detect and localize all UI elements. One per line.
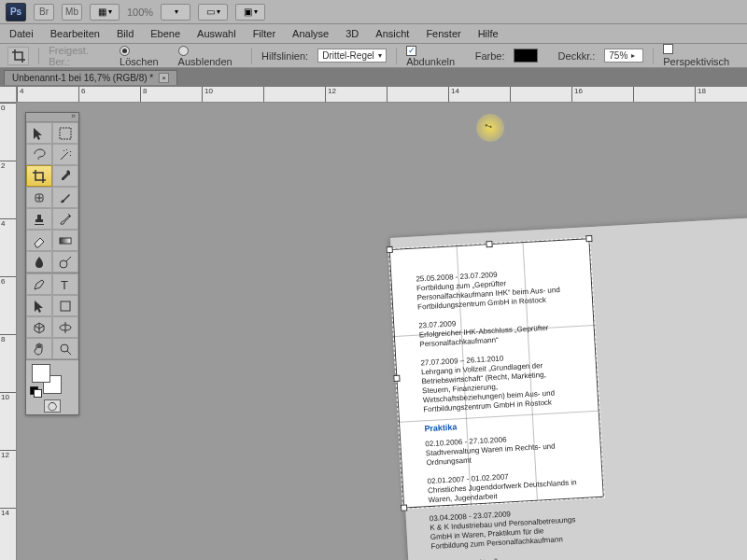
- toolbox-panel[interactable]: T ◯: [25, 112, 79, 415]
- magic-wand-tool[interactable]: [52, 144, 78, 165]
- type-tool[interactable]: T: [52, 273, 78, 295]
- color-swatches[interactable]: [26, 360, 78, 398]
- screenmode-dropdown[interactable]: ▣: [235, 4, 265, 21]
- dodge-tool[interactable]: [52, 251, 78, 273]
- menu-bild[interactable]: Bild: [117, 28, 134, 39]
- document-text: 25.05.2008 - 23.07.2009Fortbildung zum „…: [390, 239, 616, 560]
- menu-datei[interactable]: Datei: [9, 28, 34, 39]
- menu-fenster[interactable]: Fenster: [426, 28, 460, 39]
- svg-point-7: [61, 344, 68, 352]
- foreground-color[interactable]: [32, 364, 50, 383]
- checkbox-perspektivisch[interactable]: Perspektivisch: [663, 44, 740, 67]
- view-extras-dropdown[interactable]: ▦: [90, 4, 120, 21]
- svg-point-3: [60, 260, 67, 268]
- pen-tool[interactable]: [26, 273, 52, 295]
- label-farbe: Farbe:: [475, 50, 505, 62]
- ruler-vertical[interactable]: 02468101214: [0, 103, 17, 560]
- crop-handle-n[interactable]: [486, 241, 492, 247]
- crop-selection[interactable]: 25.05.2008 - 23.07.2009Fortbildung zum „…: [389, 238, 604, 509]
- default-colors-icon[interactable]: [30, 386, 43, 396]
- label-freistellen: Freigest. Ber.:: [49, 45, 110, 67]
- quickmask-toggle[interactable]: ◯: [26, 398, 78, 414]
- radio-ausblenden[interactable]: Ausblenden: [178, 44, 242, 67]
- document-tab[interactable]: Unbenannt-1 bei 16,7% (RGB/8) * ×: [4, 70, 177, 85]
- shape-tool[interactable]: [52, 295, 78, 316]
- menu-hilfe[interactable]: Hilfe: [478, 28, 499, 39]
- radio-loeschen[interactable]: Löschen: [120, 44, 169, 67]
- menu-bearbeiten[interactable]: Bearbeiten: [50, 28, 100, 39]
- healing-tool[interactable]: [26, 187, 52, 208]
- svg-rect-5: [61, 301, 70, 311]
- path-select-tool[interactable]: [26, 295, 52, 316]
- menu-ansicht[interactable]: Ansicht: [375, 28, 409, 39]
- lasso-tool[interactable]: [26, 144, 52, 165]
- zoom-level: 100%: [127, 7, 153, 18]
- menu-ebene[interactable]: Ebene: [150, 28, 180, 39]
- svg-rect-2: [60, 238, 71, 244]
- document-page[interactable]: 25.05.2008 - 23.07.2009Fortbildung zum „…: [390, 208, 747, 560]
- app-logo: Ps: [6, 3, 26, 21]
- document-tab-bar: Unbenannt-1 bei 16,7% (RGB/8) * ×: [0, 68, 747, 87]
- main-menu: Datei Bearbeiten Bild Ebene Auswahl Filt…: [0, 24, 747, 44]
- menu-auswahl[interactable]: Auswahl: [197, 28, 236, 39]
- blur-tool[interactable]: [26, 251, 52, 273]
- svg-rect-0: [60, 128, 71, 139]
- arrange-dropdown[interactable]: ▭: [198, 4, 228, 21]
- 3d-tool[interactable]: [26, 316, 52, 338]
- crop-handle-sw[interactable]: [401, 504, 407, 511]
- move-tool[interactable]: [26, 122, 52, 144]
- crop-handle-w[interactable]: [393, 375, 400, 382]
- document-tab-label: Unbenannt-1 bei 16,7% (RGB/8) *: [12, 73, 153, 83]
- stamp-tool[interactable]: [26, 208, 52, 230]
- close-tab-icon[interactable]: ×: [159, 73, 169, 83]
- marquee-tool[interactable]: [52, 122, 78, 144]
- 3d-camera-tool[interactable]: [52, 316, 78, 338]
- hand-tool[interactable]: [26, 338, 52, 359]
- app-titlebar: Ps Br Mb ▦ 100% ▭ ▣: [0, 0, 747, 24]
- eraser-tool[interactable]: [26, 230, 52, 251]
- brush-tool[interactable]: [52, 187, 78, 208]
- ruler-horizontal[interactable]: 4681012141618: [17, 87, 747, 103]
- bridge-icon[interactable]: Br: [34, 4, 54, 21]
- shield-color-swatch[interactable]: [514, 49, 537, 63]
- menu-3d[interactable]: 3D: [345, 28, 359, 39]
- minibridge-icon[interactable]: Mb: [62, 4, 82, 21]
- zoom-dropdown[interactable]: [161, 4, 190, 21]
- ruler-origin[interactable]: [0, 87, 17, 103]
- canvas[interactable]: 25.05.2008 - 23.07.2009Fortbildung zum „…: [17, 103, 747, 560]
- menu-analyse[interactable]: Analyse: [292, 28, 329, 39]
- crop-handle-ne[interactable]: [585, 235, 592, 242]
- crop-handle-nw[interactable]: [387, 246, 393, 253]
- menu-filter[interactable]: Filter: [253, 28, 275, 39]
- history-brush-tool[interactable]: [52, 208, 78, 230]
- tool-options-bar: Freigest. Ber.: Löschen Ausblenden Hilfs…: [0, 44, 747, 68]
- toolbox-header[interactable]: [26, 113, 78, 122]
- eyedropper-tool[interactable]: [52, 165, 78, 187]
- svg-text:T: T: [61, 278, 68, 292]
- zoom-tool[interactable]: [52, 338, 78, 359]
- label-deckkr: Deckkr.:: [558, 50, 596, 62]
- guides-dropdown[interactable]: Drittel-Regel: [317, 49, 387, 63]
- opacity-input[interactable]: 75%: [604, 49, 643, 63]
- crop-tool-icon: [7, 47, 29, 65]
- label-hilfslinien: Hilfslinien:: [261, 50, 308, 62]
- gradient-tool[interactable]: [52, 230, 78, 251]
- checkbox-abdunkeln[interactable]: ✓Abdunkeln: [406, 44, 466, 67]
- crop-tool[interactable]: [26, 165, 52, 187]
